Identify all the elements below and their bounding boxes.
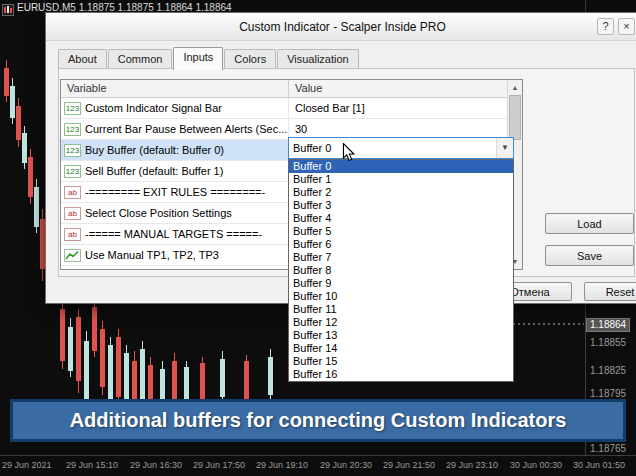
time-label: 29 Jun 2021 [2,460,52,470]
dropdown-item[interactable]: Buffer 3 [289,199,513,212]
value-cell[interactable]: Closed Bar [1] [289,98,522,118]
help-button[interactable]: ? [597,18,614,35]
price-label: 1.18825 [590,365,626,376]
dropdown-item[interactable]: Buffer 10 [289,290,513,303]
chart-param-icon [64,249,81,262]
tab-bar: AboutCommonInputsColorsVisualization [58,47,360,69]
time-label: 29 Jun 21:50 [383,460,435,470]
string-param-icon: ab [64,228,81,241]
dropdown-item[interactable]: Buffer 15 [289,355,513,368]
table-row[interactable]: 123Custom Indicator Signal BarClosed Bar… [61,98,522,119]
tab-about[interactable]: About [58,49,107,69]
scroll-up-icon[interactable]: ▲ [508,80,522,95]
variable-label: Use Manual TP1, TP2, TP3 [85,249,219,261]
variable-label: Select Close Position Settings [85,207,232,219]
dropdown-item[interactable]: Buffer 0 [289,160,513,173]
dropdown-item[interactable]: Buffer 13 [289,329,513,342]
tab-colors[interactable]: Colors [224,49,276,69]
dropdown-item[interactable]: Buffer 5 [289,225,513,238]
value-cell[interactable]: 30 [289,119,522,139]
save-button[interactable]: Save [545,245,634,266]
column-header-variable: Variable [61,80,289,97]
numeric-param-icon: 123 [64,102,81,115]
time-label: 29 Jun 16:30 [130,460,182,470]
variable-label: Custom Indicator Signal Bar [85,102,222,114]
combobox-value: Buffer 0 [293,142,331,154]
variable-label: Current Bar Pause Between Alerts (Sec... [85,123,287,135]
chevron-down-icon[interactable]: ▼ [496,138,513,158]
string-param-icon: ab [64,207,81,220]
reset-button[interactable]: Reset [584,282,636,301]
dropdown-item[interactable]: Buffer 9 [289,277,513,290]
time-label: 29 Jun 23:10 [446,460,498,470]
scrollbar-thumb[interactable] [509,95,521,140]
variable-label: -===== MANUAL TARGETS =====- [85,228,262,240]
dropdown-item[interactable]: Buffer 2 [289,186,513,199]
numeric-param-icon: 123 [64,144,81,157]
table-header: Variable Value [61,80,522,98]
dialog-title: Custom Indicator - Scalper Inside PRO [46,20,636,34]
load-button[interactable]: Load [545,213,634,234]
column-header-value: Value [289,80,522,97]
dropdown-item[interactable]: Buffer 16 [289,368,513,381]
promo-banner: Additional buffers for connecting Custom… [10,399,626,442]
tab-inputs[interactable]: Inputs [173,47,223,70]
numeric-param-icon: 123 [64,165,81,178]
time-label: 29 Jun 17:50 [193,460,245,470]
time-label: 29 Jun 20:30 [320,460,372,470]
chart-window-icon [2,2,14,20]
dropdown-item[interactable]: Buffer 11 [289,303,513,316]
dropdown-item[interactable]: Buffer 14 [289,342,513,355]
variable-label: Buy Buffer (default: Buffer 0) [85,144,224,156]
dropdown-item[interactable]: Buffer 8 [289,264,513,277]
tab-visualization[interactable]: Visualization [277,49,359,69]
dropdown-item[interactable]: Buffer 4 [289,212,513,225]
time-label: 29 Jun 19:10 [256,460,308,470]
dropdown-item[interactable]: Buffer 12 [289,316,513,329]
time-label: 30 Jun 00:30 [510,460,562,470]
time-label: 30 Jun 01:50 [573,460,625,470]
string-param-icon: ab [64,186,81,199]
close-icon[interactable]: × [618,18,635,35]
price-label: 1.18795 [590,388,626,399]
price-label: 1.18855 [590,337,626,348]
variable-label: -======== EXIT RULES ========- [85,186,265,198]
dropdown-item[interactable]: Buffer 1 [289,173,513,186]
tab-common[interactable]: Common [108,49,173,69]
banner-text: Additional buffers for connecting Custom… [70,409,567,432]
price-label: 1.18765 [590,443,626,454]
current-price-tag: 1.18864 [586,318,630,332]
buy-buffer-combobox[interactable]: Buffer 0 ▼ [288,137,514,159]
buffer-dropdown-list: Buffer 0Buffer 1Buffer 2Buffer 3Buffer 4… [288,159,514,382]
dropdown-item[interactable]: Buffer 7 [289,251,513,264]
time-label: 29 Jun 15:10 [66,460,118,470]
variable-label: Sell Buffer (default: Buffer 1) [85,165,223,177]
dropdown-item[interactable]: Buffer 6 [289,238,513,251]
dialog-titlebar[interactable]: Custom Indicator - Scalper Inside PRO ? … [46,13,636,41]
numeric-param-icon: 123 [64,123,81,136]
